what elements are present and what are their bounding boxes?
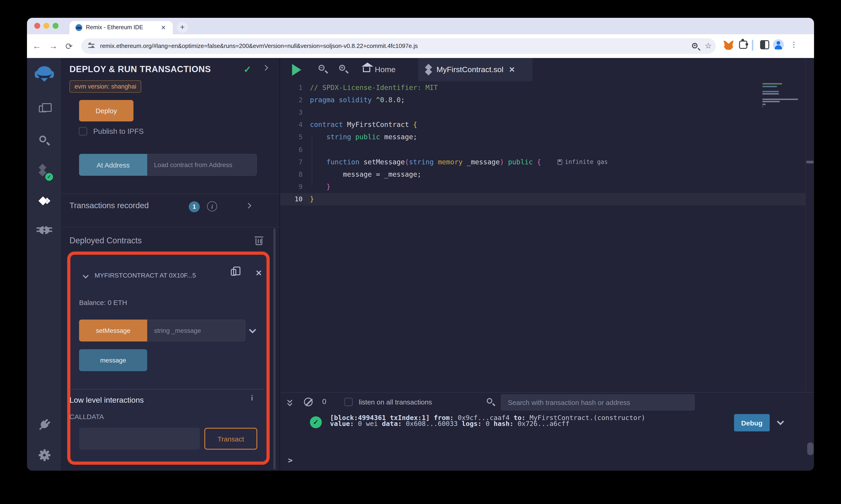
code-line[interactable]: 3: [280, 106, 805, 119]
traffic-light-minimize[interactable]: [44, 23, 49, 29]
profile-avatar[interactable]: [773, 39, 784, 50]
code-line[interactable]: 5 string public message;: [280, 131, 805, 143]
code-token: [310, 158, 326, 166]
low-level-interactions-label: Low level interactions: [69, 396, 144, 405]
evm-version-badge: evm version: shanghai: [69, 80, 141, 93]
debug-button[interactable]: Debug: [734, 414, 770, 431]
code-token: contract: [310, 121, 347, 129]
minimap-content[interactable]: [762, 83, 802, 138]
remix-logo-icon[interactable]: [36, 66, 53, 82]
metamask-extension-icon[interactable]: [723, 41, 734, 50]
transactions-recorded-label: Transactions recorded: [69, 201, 149, 211]
terminal-scrollbar-thumb[interactable]: [807, 443, 813, 455]
run-script-play-icon[interactable]: [292, 64, 301, 76]
tx-success-icon[interactable]: ✓: [310, 416, 322, 428]
terminal-prompt[interactable]: >: [288, 456, 293, 465]
divider: [62, 194, 280, 194]
low-level-info-icon[interactable]: i: [251, 394, 253, 403]
minimap-divider: [805, 58, 806, 392]
code-line[interactable]: 8 message = _message;: [280, 168, 805, 181]
home-icon: [363, 67, 370, 72]
editor-zoom-in-icon[interactable]: +: [339, 65, 345, 71]
line-number: 5: [280, 133, 310, 141]
at-address-input[interactable]: [147, 154, 257, 176]
code-token: setMessage: [364, 158, 405, 166]
screen: Remix - Ethereum IDE ✕ + ← → ⟳ remix.eth…: [0, 0, 841, 504]
code-line[interactable]: 4contract MyFirstContract {: [280, 119, 805, 131]
contract-close-icon[interactable]: ✕: [256, 268, 262, 278]
calldata-input[interactable]: [79, 428, 200, 450]
code-token: memory: [438, 158, 467, 166]
deploy-button[interactable]: Deploy: [79, 100, 134, 122]
page-zoom-icon[interactable]: +: [692, 43, 698, 48]
deploy-run-icon[interactable]: [39, 196, 51, 209]
browser-menu-icon[interactable]: ⋮: [790, 40, 797, 49]
code-line[interactable]: 9 }: [280, 181, 805, 193]
minimap-line: [762, 86, 777, 87]
line-number: 2: [280, 96, 310, 104]
file-explorer-icon[interactable]: [39, 106, 47, 112]
clear-contracts-trash-icon[interactable]: [256, 238, 262, 245]
tx-expand-icon[interactable]: [777, 418, 784, 425]
panel-check-icon: ✓: [244, 64, 252, 75]
traffic-light-zoom[interactable]: [53, 23, 58, 29]
message-button[interactable]: message: [79, 349, 147, 371]
browser-tab[interactable]: Remix - Ethereum IDE ✕: [69, 21, 173, 34]
terminal-log-lines[interactable]: [block:4994361 txIndex:1] from: 0x9cf...…: [330, 413, 336, 425]
panel-scrollbar[interactable]: [273, 228, 276, 469]
at-address-button[interactable]: At Address: [79, 154, 147, 176]
line-number: 9: [280, 183, 310, 191]
back-icon[interactable]: ←: [32, 41, 41, 51]
set-message-button[interactable]: setMessage: [79, 320, 147, 341]
extensions-puzzle-icon[interactable]: [739, 41, 747, 49]
transactions-expand-icon[interactable]: [245, 203, 251, 209]
code-line[interactable]: 1// SPDX-License-Identifier: MIT: [280, 81, 805, 94]
editor-zoom-out-icon[interactable]: −: [319, 65, 325, 71]
code-line[interactable]: 2pragma solidity ^0.8.0;: [280, 94, 805, 106]
settings-gear-icon[interactable]: [39, 450, 50, 461]
forward-icon[interactable]: →: [49, 41, 57, 51]
file-tab-close-icon[interactable]: ✕: [509, 65, 515, 74]
code-token: string: [409, 158, 438, 166]
search-icon[interactable]: [39, 136, 46, 142]
deploy-run-panel: DEPLOY & RUN TRANSACTIONS ✓ evm version:…: [62, 58, 280, 471]
gas-pump-icon: [557, 159, 562, 165]
editor-scrollbar-thumb[interactable]: [806, 161, 813, 163]
line-text: message = _message;: [310, 170, 422, 179]
code-line[interactable]: 10}: [280, 193, 805, 205]
set-message-input[interactable]: [147, 320, 245, 341]
panel-expand-icon[interactable]: [262, 65, 268, 71]
contract-title[interactable]: MYFIRSTCONTRACT AT 0X10F...5: [95, 272, 226, 279]
reload-icon[interactable]: ⟳: [65, 41, 73, 52]
clear-console-icon[interactable]: [304, 398, 313, 406]
tab-close-icon[interactable]: ✕: [161, 24, 166, 31]
code-token: ;: [401, 96, 405, 104]
code-line[interactable]: 7 function setMessage(string memory _mes…: [280, 156, 805, 168]
code-token: {: [413, 121, 417, 129]
icon-rail: ✓: [27, 58, 62, 471]
line-number: 8: [280, 171, 310, 178]
line-text: }: [310, 183, 330, 191]
terminal-search-icon: [487, 398, 492, 403]
plugin-manager-icon[interactable]: [36, 416, 53, 433]
debugger-icon[interactable]: [39, 226, 49, 234]
traffic-light-close[interactable]: [34, 23, 40, 29]
tab-myfirstcontract[interactable]: MyFirstContract.sol ✕: [418, 58, 532, 81]
terminal-collapse-icon[interactable]: [288, 398, 295, 405]
side-panel-icon[interactable]: [760, 40, 769, 49]
transactions-info-icon[interactable]: i: [207, 201, 217, 211]
bookmark-star-icon[interactable]: ☆: [705, 41, 712, 51]
code-line[interactable]: 6: [280, 143, 805, 156]
site-settings-icon[interactable]: [88, 42, 96, 50]
code-token: // SPDX-License-Identifier: MIT: [310, 83, 438, 92]
publish-ipfs-checkbox[interactable]: [79, 127, 87, 136]
new-tab-button[interactable]: +: [177, 22, 188, 33]
url-bar[interactable]: remix.ethereum.org/#lang=en&optimize=fal…: [81, 38, 716, 54]
divider: [69, 389, 264, 390]
calldata-label: CALLDATA: [69, 413, 104, 420]
listen-transactions-checkbox[interactable]: [344, 398, 353, 406]
transact-button[interactable]: Transact: [204, 428, 257, 450]
terminal-search-input[interactable]: [501, 394, 695, 410]
tab-home[interactable]: Home: [357, 58, 418, 81]
copy-address-icon[interactable]: [231, 269, 236, 276]
